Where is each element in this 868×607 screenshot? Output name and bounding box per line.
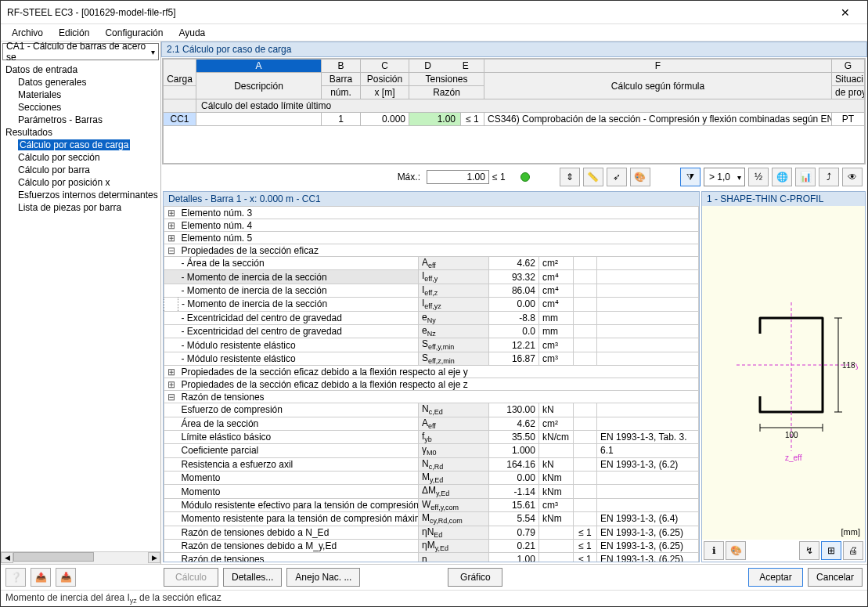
scroll-right-icon[interactable]: ▶ (148, 552, 160, 563)
col-bar[interactable]: Barra (322, 73, 361, 86)
help-icon[interactable]: ❔ (5, 568, 26, 587)
import-icon[interactable]: 📥 (56, 568, 76, 587)
results-grid[interactable]: Carga A B C D E F G Descripción Barra Po… (162, 58, 866, 164)
tree-item[interactable]: Datos generales (1, 76, 160, 89)
export-icon[interactable]: 📤 (31, 568, 51, 587)
col-G[interactable]: G (832, 60, 865, 73)
cell-desc[interactable] (196, 113, 322, 126)
cell-ratio[interactable]: 1.00 (409, 113, 461, 126)
tree-item[interactable]: Materiales (1, 89, 160, 101)
scroll-left-icon[interactable]: ◀ (1, 552, 13, 563)
tree-item-selected[interactable]: Cálculo por caso de carga (1, 139, 160, 151)
details-row[interactable]: ⊞Propiedades de la sección eficaz debido… (164, 366, 699, 378)
col-formula[interactable]: Cálculo según fórmula (484, 73, 832, 99)
details-row[interactable]: MomentoMy,Ed0.00kNm (164, 472, 699, 485)
details-row[interactable]: ⊞Elemento núm. 5 (164, 232, 699, 244)
tree-item[interactable]: Cálculo por barra (1, 164, 160, 176)
details-row[interactable]: ⊟Razón de tensiones (164, 391, 699, 403)
col-D[interactable]: D E (409, 60, 484, 73)
col-carga[interactable]: Carga (164, 60, 196, 86)
details-row[interactable]: ⊞Elemento núm. 4 (164, 219, 699, 232)
tool-btn-7[interactable]: 📊 (795, 168, 816, 186)
col-pos[interactable]: Posición (361, 73, 409, 86)
details-row[interactable]: Resistencia a esfuerzo axilNc,Rd164.16kN… (164, 457, 699, 471)
tool-btn-8[interactable]: ⤴ (819, 168, 839, 186)
expand-icon[interactable]: ⊞ (164, 232, 178, 244)
cell-pos[interactable]: 0.000 (361, 113, 409, 126)
tool-btn-2[interactable]: 📏 (583, 168, 603, 186)
details-table[interactable]: ⊞Elemento núm. 3⊞Elemento núm. 4⊞Element… (164, 206, 699, 562)
calc-button[interactable]: Cálculo (164, 568, 218, 587)
ok-button[interactable]: Aceptar (748, 568, 803, 587)
menu-config[interactable]: Configuración (99, 26, 169, 40)
tree-header-input[interactable]: Datos de entrada (1, 63, 160, 76)
expand-icon[interactable]: ⊟ (164, 391, 178, 403)
details-row[interactable]: Razón de tensiones debido a M_y,EdηMy,Ed… (164, 540, 699, 553)
scroll-thumb[interactable] (13, 552, 94, 562)
tool-btn-3[interactable]: ➶ (607, 168, 627, 186)
details-button[interactable]: Detalles... (223, 568, 282, 587)
col-desc[interactable]: Descripción (196, 73, 322, 99)
col-tens[interactable]: Tensiones (409, 73, 484, 86)
expand-icon[interactable]: ⊞ (164, 207, 178, 219)
col-A[interactable]: A (196, 60, 322, 73)
shape-print-icon[interactable]: 🖨 (843, 541, 863, 560)
expand-icon[interactable]: ⊟ (164, 244, 178, 257)
tree-item[interactable]: Cálculo por posición x (1, 176, 160, 189)
shape-color-icon[interactable]: 🎨 (726, 541, 746, 560)
tool-btn-5[interactable]: ½ (748, 168, 769, 186)
tree-header-results[interactable]: Resultados (1, 126, 160, 139)
group-row[interactable]: Cálculo del estado límite último (196, 99, 865, 113)
case-combo[interactable]: CA1 - Cálculo de barras de acero se ▾ (2, 43, 159, 60)
tool-btn-6[interactable]: 🌐 (772, 168, 792, 186)
cell-cond[interactable]: ≤ 1 (461, 113, 484, 126)
cancel-button[interactable]: Cancelar (808, 568, 863, 587)
tree-item[interactable]: Esfuerzos internos determinantes p (1, 189, 160, 201)
tool-btn-9[interactable]: 👁 (842, 168, 863, 186)
details-row[interactable]: Razón de tensiones debido a N_EdηNEd0.79… (164, 526, 699, 539)
col-C[interactable]: C (361, 60, 409, 73)
details-row[interactable]: Momento resistente para la tensión de co… (164, 512, 699, 526)
details-row[interactable]: MomentoΔMy,Ed-1.14kNm (164, 485, 699, 498)
shape-axes-icon[interactable]: ↯ (799, 541, 819, 560)
cell-bar[interactable]: 1 (322, 113, 361, 126)
filter-btn[interactable]: ⧩ (680, 168, 701, 186)
expand-icon[interactable]: ⊞ (164, 219, 178, 232)
details-row[interactable]: ⊞Elemento núm. 3 (164, 207, 699, 219)
details-row[interactable]: ⊞Propiedades de la sección eficaz debido… (164, 378, 699, 391)
cell-formula[interactable]: CS346) Comprobación de la sección - Comp… (484, 113, 832, 126)
cell-cc[interactable]: CC1 (164, 113, 196, 126)
details-row[interactable]: - Área de la secciónAeff4.62cm² (164, 257, 699, 270)
shape-canvas[interactable]: y_eff z_eff 100 (702, 206, 865, 540)
shape-dim-icon[interactable]: ⊞ (821, 541, 841, 560)
close-icon[interactable]: ✕ (830, 6, 861, 19)
scale-select[interactable]: > 1,0▾ (704, 168, 745, 186)
details-row[interactable]: ⊟Propiedades de la sección eficaz (164, 244, 699, 257)
tree-item[interactable]: Secciones (1, 101, 160, 114)
col-B[interactable]: B (322, 60, 361, 73)
menu-help[interactable]: Ayuda (172, 26, 211, 40)
sidebar-scrollbar[interactable]: ◀ ▶ (1, 551, 160, 564)
tree-item[interactable]: Cálculo por sección (1, 151, 160, 164)
details-row[interactable]: - Módulo resistente elásticoSeff,y,min12… (164, 338, 699, 352)
tree-item[interactable]: Lista de piezas por barra (1, 201, 160, 214)
cell-situ[interactable]: PT (832, 113, 865, 126)
details-row[interactable]: - Excentricidad del centro de gravedadeN… (164, 311, 699, 324)
details-row[interactable]: Límite elástico básicofyb35.50kN/cmEN 19… (164, 430, 699, 443)
graph-button[interactable]: Gráfico (448, 568, 502, 587)
annex-button[interactable]: Anejo Nac. ... (286, 568, 360, 587)
tree-item[interactable]: Parámetros - Barras (1, 114, 160, 126)
tool-btn-1[interactable]: ⇕ (560, 168, 580, 186)
details-row[interactable]: Razón de tensionesη1.00≤ 1EN 1993-1-3, (… (164, 553, 699, 562)
shape-info-icon[interactable]: ℹ (704, 541, 724, 560)
details-row[interactable]: - Momento de inercia de la secciónIeff,y… (164, 298, 699, 311)
menu-edit[interactable]: Edición (52, 26, 95, 40)
details-row[interactable]: Módulo resistente efectivo para la tensi… (164, 498, 699, 511)
expand-icon[interactable]: ⊞ (164, 378, 178, 391)
tool-btn-4[interactable]: 🎨 (630, 168, 650, 186)
details-row[interactable]: Esfuerzo de compresiónNc,Ed130.00kN (164, 403, 699, 417)
col-situ[interactable]: Situaci (832, 73, 865, 86)
expand-icon[interactable]: ⊞ (164, 366, 178, 378)
menu-file[interactable]: Archivo (5, 26, 49, 40)
details-row[interactable]: - Módulo resistente elásticoSeff,z,min16… (164, 352, 699, 365)
